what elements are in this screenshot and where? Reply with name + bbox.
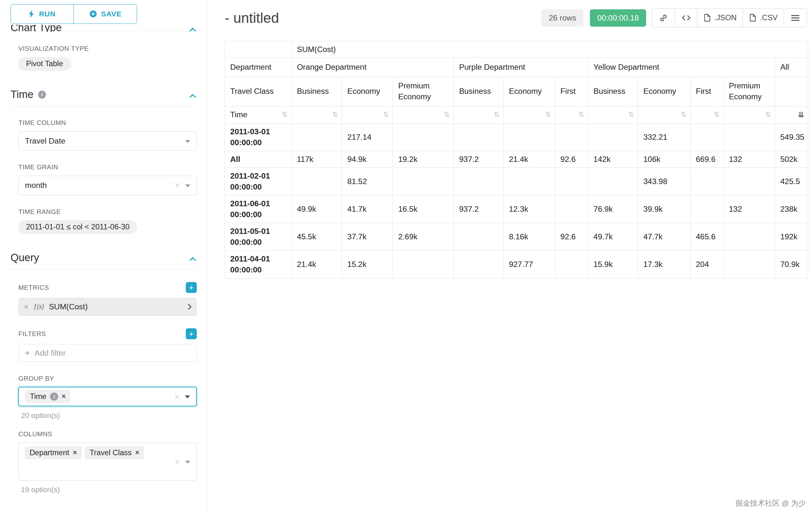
sort-icon[interactable]: ⇅ [545,109,551,120]
columns-tag-travel-class[interactable]: Travel Class × [85,447,144,459]
export-csv-button[interactable]: .CSV [743,8,784,27]
chart-type-section-header[interactable]: Chart Type [10,25,197,32]
pivot-sort-cell: ⇅ [291,106,342,124]
pivot-value-cell: 21.4k [503,151,555,168]
pivot-value-cell [588,168,638,195]
viz-type-value[interactable]: Pivot Table [18,57,70,71]
sort-icon[interactable]: ⇅ [383,109,389,120]
clear-icon[interactable]: × [175,457,180,466]
pivot-value-cell [555,195,588,223]
run-button[interactable]: RUN [10,4,74,24]
add-metric-button[interactable]: + [186,282,197,293]
pivot-value-cell [690,124,723,151]
pivot-value-cell: 15.2k [342,250,393,278]
pivot-col-header: Economy [342,77,393,106]
time-grain-select[interactable]: month × [18,176,197,195]
sort-icon[interactable]: ⇅ [494,109,500,120]
chart-title[interactable]: - untitled [225,10,279,26]
chevron-up-icon[interactable] [189,88,196,101]
pivot-time-label: Time [230,110,248,119]
metric-option[interactable]: × ƒ(x) SUM(Cost) [18,298,197,316]
pivot-value-cell: 927.77 [503,250,555,278]
columns-select[interactable]: Department × Travel Class × × [18,443,197,481]
clear-icon[interactable]: × [175,181,180,190]
pivot-value-cell: 117k [291,151,342,168]
add-filter-icon-button[interactable]: + [186,328,197,339]
pivot-value-cell [723,223,775,250]
sort-icon[interactable]: ⇅ [681,109,687,120]
pivot-value-cell [503,168,555,195]
group-by-tag[interactable]: Time i × [25,390,70,403]
pivot-value-cell [291,124,342,151]
chart-header: - untitled 26 rows 00:00:00.18 [208,0,812,27]
pivot-value-cell [503,124,555,151]
time-column-select[interactable]: Travel Date [18,131,197,151]
metrics-label: METRICS [18,284,49,291]
pivot-value-cell: 19.2k [393,151,454,168]
pivot-sort-cell: ⇅ [503,106,555,124]
time-range-value[interactable]: 2011-01-01 ≤ col < 2011-06-30 [18,220,137,234]
embed-code-button[interactable] [675,8,698,27]
remove-tag-icon[interactable]: × [62,393,65,401]
query-section-header: Query [10,251,197,269]
remove-tag-icon[interactable]: × [136,449,139,457]
sort-icon[interactable]: ⇅ [714,109,720,120]
pivot-row-label: 2011-04-01 00:00:00 [225,250,291,278]
time-grain-label: TIME GRAIN [18,163,58,171]
pivot-value-cell [555,124,588,151]
pivot-value-cell [393,124,454,151]
link-icon [659,14,668,22]
pivot-sort-cell: ⇅ [723,106,775,124]
menu-button[interactable] [784,8,807,27]
sort-icon[interactable]: ⇅ [332,109,338,120]
chevron-up-icon[interactable] [189,25,196,32]
sort-icon[interactable]: ⇅ [628,109,634,120]
pivot-row: 2011-05-01 00:00:0045.5k37.7k2.69k8.16k9… [225,223,808,250]
metrics-control: METRICS + × ƒ(x) SUM(Cost) [18,282,197,316]
info-icon[interactable]: i [50,393,58,401]
remove-metric-icon[interactable]: × [24,302,29,311]
pivot-value-cell: 425.5 [775,168,808,195]
sort-icon[interactable]: ⇅ [765,109,771,120]
pivot-value-cell [588,124,638,151]
columns-tag-department[interactable]: Department × [25,447,82,459]
row-count-badge: 26 rows [542,9,584,27]
sort-icon[interactable]: ⇅ [444,109,450,120]
chevron-up-icon[interactable] [189,251,196,264]
info-icon[interactable]: i [38,90,46,99]
query-section-title: Query [10,251,39,264]
chevron-down-icon [185,461,190,464]
sort-icon[interactable]: ⇅ [578,109,584,120]
chevron-down-icon [185,140,190,143]
add-filter-button[interactable]: + Add filter [18,344,197,362]
columns-options-hint: 19 option(s) [21,485,197,494]
export-json-button[interactable]: .JSON [697,8,743,27]
pivot-value-cell: 15.9k [588,250,638,278]
group-by-select[interactable]: Time i × × [18,387,197,406]
pivot-value-cell [555,250,588,278]
time-column-control: TIME COLUMN Travel Date [18,119,197,151]
pivot-value-cell: 106k [638,151,691,168]
run-button-label: RUN [39,10,56,18]
filters-control: FILTERS + + Add filter [18,328,197,362]
chevron-down-icon[interactable] [185,396,190,398]
pivot-value-cell: 39.9k [638,195,691,223]
file-icon [704,14,710,22]
save-button[interactable]: SAVE [74,4,137,24]
remove-tag-icon[interactable]: × [73,449,77,457]
pivot-value-cell: 669.6 [690,151,723,168]
sort-icon[interactable]: ⇊ [798,109,804,120]
copy-link-button[interactable] [652,8,675,27]
pivot-sort-cell: ⇅ [638,106,691,124]
pivot-value-cell: 8.16k [503,223,555,250]
pivot-value-cell: 70.9k [775,250,808,278]
pivot-value-cell: 37.7k [342,223,393,250]
pivot-table-container: SUM(Cost)DepartmentOrange DepartmentPurp… [225,41,807,278]
pivot-value-cell: 47.7k [638,223,691,250]
pivot-group-header: Orange Department [291,58,454,77]
pivot-col-header: Premium Economy [393,77,454,106]
clear-icon[interactable]: × [175,391,179,402]
pivot-value-cell: 16.5k [393,195,454,223]
pivot-col-header [775,77,808,106]
sort-icon[interactable]: ⇅ [282,109,288,120]
